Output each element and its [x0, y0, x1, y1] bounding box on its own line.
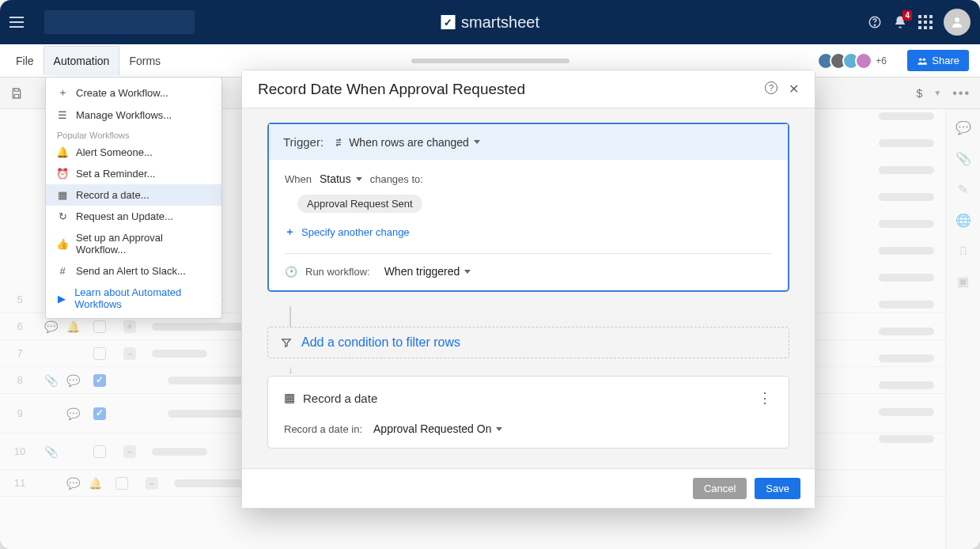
menu-forms[interactable]: Forms — [119, 47, 170, 75]
condition-link[interactable]: Add a condition to filter rows — [301, 335, 460, 350]
menu-file[interactable]: File — [6, 47, 44, 75]
cancel-button[interactable]: Cancel — [693, 478, 747, 499]
action-block: ▦ Record a date ⋮ Record a date in: Appr… — [267, 376, 789, 449]
collab-overflow: +6 — [876, 55, 887, 66]
arrow-down-icon: ↓ — [288, 363, 789, 376]
menu-create-workflow[interactable]: ＋Create a Workflow... — [46, 81, 221, 104]
search-input[interactable] — [44, 10, 195, 34]
menu-icon[interactable] — [9, 9, 35, 35]
workflow-modal: Record Date When Approval Requested ? ✕ … — [241, 70, 815, 509]
filter-icon — [281, 337, 292, 348]
menu-record-date[interactable]: ▦Record a date... — [46, 184, 221, 206]
svg-point-3 — [919, 58, 922, 61]
date-column-select[interactable]: Approval Requested On — [373, 422, 502, 435]
close-icon[interactable]: ✕ — [789, 81, 799, 97]
menu-approval-workflow[interactable]: 👍Set up an Approval Workflow... — [46, 227, 221, 260]
automation-dropdown: ＋Create a Workflow... ☰Manage Workflows.… — [45, 77, 222, 319]
logo-icon: ✓ — [441, 15, 455, 29]
sheet-drag-handle[interactable] — [411, 59, 569, 63]
menu-manage-workflows[interactable]: ☰Manage Workflows... — [46, 104, 221, 126]
value-chip[interactable]: Approval Request Sent — [297, 195, 422, 213]
bell-icon[interactable]: 4 — [893, 15, 907, 29]
modal-help-icon[interactable]: ? — [765, 81, 778, 94]
help-icon[interactable] — [868, 15, 882, 29]
action-title: Record a date — [303, 392, 377, 405]
apps-icon[interactable] — [918, 15, 933, 29]
run-label: Run workflow: — [305, 266, 370, 278]
menu-automation[interactable]: Automation — [44, 46, 120, 75]
menu-slack-alert[interactable]: #Send an Alert to Slack... — [46, 260, 221, 282]
modal-title: Record Date When Approval Requested — [258, 81, 525, 98]
condition-block[interactable]: Add a condition to filter rows — [267, 327, 789, 358]
dropdown-header: Popular Workflows — [46, 126, 221, 142]
save-button[interactable]: Save — [755, 478, 800, 499]
changes-to-label: changes to: — [370, 173, 423, 185]
notification-badge: 4 — [902, 10, 912, 21]
currency-icon[interactable]: $ — [916, 87, 922, 100]
avatar[interactable] — [944, 9, 971, 36]
svg-point-2 — [955, 17, 959, 22]
add-change-link[interactable]: ＋Specify another change — [285, 225, 410, 239]
share-button[interactable]: Share — [907, 50, 969, 71]
save-icon[interactable] — [9, 86, 24, 100]
action-label: Record a date in: — [284, 423, 362, 435]
clock-icon: 🕑 — [285, 266, 297, 278]
trigger-block: Trigger: When rows are changed When Stat… — [267, 123, 789, 292]
trigger-type-select[interactable]: When rows are changed — [333, 136, 480, 149]
brand-text: smartsheet — [461, 13, 539, 32]
trigger-label: Trigger: — [283, 135, 324, 149]
svg-point-4 — [923, 58, 926, 61]
run-select[interactable]: When triggered — [384, 265, 471, 278]
kebab-icon[interactable]: ⋮ — [758, 389, 773, 407]
menu-request-update[interactable]: ↻Request an Update... — [46, 206, 221, 227]
menu-alert-someone[interactable]: 🔔Alert Someone... — [46, 142, 221, 163]
svg-point-1 — [874, 25, 875, 25]
more-icon[interactable]: ••• — [952, 86, 971, 100]
brand-logo: ✓ smartsheet — [441, 13, 539, 32]
app-header: ✓ smartsheet 4 — [0, 0, 980, 44]
collaborators[interactable]: +6 — [822, 52, 887, 70]
calendar-icon: ▦ — [284, 391, 295, 405]
menu-learn-workflows[interactable]: ▶Learn about Automated Workflows — [46, 282, 221, 315]
when-label: When — [285, 173, 312, 185]
field-select[interactable]: Status — [320, 172, 362, 185]
menu-set-reminder[interactable]: ⏰Set a Reminder... — [46, 163, 221, 184]
